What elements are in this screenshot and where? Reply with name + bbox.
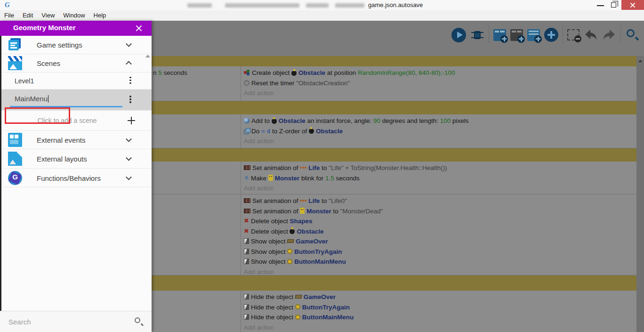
event-text: 5 [158, 69, 162, 76]
action-line[interactable]: Set animation of Life to "Life0" [244, 196, 636, 206]
minimize-button[interactable] [597, 5, 604, 6]
comment-row[interactable] [152, 148, 636, 162]
event-text: ButtonMainMenu [302, 314, 354, 321]
event-text: Set animation of [252, 208, 300, 215]
event-row: Add to Obstacle an instant force, angle:… [152, 114, 636, 148]
project-manager-drawer: Geometry Monster Game settings Scenes Le… [0, 21, 152, 332]
event-text: Life [308, 164, 320, 171]
event-conditions-cell[interactable] [152, 194, 241, 275]
chevron-up-icon [126, 61, 132, 67]
bomb-icon [272, 119, 277, 124]
event-text: seconds [334, 175, 360, 182]
close-drawer-icon[interactable] [135, 24, 143, 32]
add-event-icon[interactable] [493, 29, 506, 41]
event-conditions-cell[interactable] [152, 291, 241, 332]
event-text: Do [251, 128, 261, 135]
event-text: Obstacle [279, 117, 306, 124]
event-conditions-cell[interactable] [152, 114, 241, 148]
kebab-menu-icon[interactable] [129, 77, 131, 85]
event-text: 100 [440, 117, 451, 124]
action-line[interactable]: Add to Obstacle an instant force, angle:… [244, 116, 636, 126]
search-input[interactable] [8, 315, 126, 328]
menu-item-view[interactable]: View [37, 10, 59, 21]
event-row: Set animation of Life to "Life0"Set anim… [152, 194, 636, 275]
comment-row[interactable] [152, 275, 636, 291]
text-caret [48, 95, 48, 103]
menu-item-window[interactable]: Window [59, 10, 89, 21]
action-line[interactable]: Do = 4 to Z-order of Obstacle [244, 126, 636, 137]
search-icon[interactable] [135, 317, 144, 327]
event-text: Obstacle [297, 228, 323, 235]
menu-item-edit[interactable]: Edit [18, 10, 37, 21]
event-text: at position [325, 69, 358, 76]
add-action-button[interactable]: Add action [244, 267, 636, 277]
add-action-button[interactable]: Add action [244, 323, 636, 332]
plus-icon[interactable] [128, 117, 135, 124]
action-line[interactable]: Hide the object ButtonTryAgain [244, 302, 636, 313]
menu-item-help[interactable]: Help [89, 10, 111, 21]
add-action-button[interactable]: Add action [244, 183, 636, 194]
event-text: Obstacle [298, 69, 325, 76]
undo-icon[interactable] [584, 29, 598, 41]
action-line[interactable]: Set animation of Life to "Life" + ToStri… [244, 163, 636, 173]
restore-button[interactable] [611, 2, 616, 8]
action-line[interactable]: Show object ButtonTryAgain [244, 247, 636, 257]
action-line[interactable]: ✖Delete object Obstacle [244, 227, 636, 237]
action-line[interactable]: Show object ButtonMainMenu [244, 257, 636, 267]
scene-item-mainmenu-editing[interactable]: MainMenu [1, 89, 152, 111]
event-text: to [320, 164, 329, 171]
add-more-icon[interactable] [544, 28, 558, 42]
action-line[interactable]: Show object GameOver [244, 236, 636, 247]
gameover-icon [287, 239, 294, 243]
event-text: Show object [251, 258, 287, 265]
scene-rename-input[interactable]: MainMenu [15, 95, 48, 103]
action-line[interactable]: Hide the object ButtonMainMenu [244, 312, 636, 323]
sidebar-item-external-layouts[interactable]: External layouts [1, 149, 152, 169]
event-text: "ObstacleCreation" [296, 80, 350, 87]
action-line[interactable]: ✖Delete object Shapes [244, 216, 636, 227]
toolbar-separator [489, 25, 489, 44]
action-line[interactable]: Reset the timer "ObstacleCreation" [244, 78, 636, 89]
kebab-menu-icon[interactable] [129, 96, 131, 104]
scene-item-level1[interactable]: Level1 [1, 73, 152, 89]
action-line[interactable]: Create object Obstacle at position Rando… [244, 68, 636, 78]
bomb-icon [309, 129, 314, 134]
search-events-icon[interactable] [625, 28, 639, 42]
sidebar-item-functions-behaviors[interactable]: G Functions/Behaviors [1, 169, 152, 187]
add-action-button[interactable]: Add action [244, 136, 636, 146]
event-text: Hide the object [251, 314, 295, 321]
animation-icon [244, 209, 250, 213]
animation-icon [244, 165, 250, 170]
scroll-up-icon[interactable] [638, 60, 642, 62]
scroll-up-icon[interactable] [145, 55, 150, 57]
action-line[interactable]: Set animation of Monster to "MonsterDead… [244, 206, 636, 217]
life-icon [300, 167, 306, 169]
comment-row[interactable] [152, 56, 636, 66]
sidebar-item-external-events[interactable]: External events [1, 131, 152, 149]
add-comment-icon[interactable] [527, 29, 540, 41]
add-action-button[interactable]: Add action [244, 88, 636, 98]
comment-row[interactable] [152, 101, 636, 114]
delete-event-icon[interactable] [567, 29, 580, 40]
event-text: an instant force, angle: [306, 117, 373, 124]
event-conditions-cell[interactable] [152, 162, 241, 194]
action-line[interactable]: Hide the object GameOver [244, 292, 636, 302]
event-text: Delete object [251, 218, 290, 225]
event-text: "MonsterDead" [340, 208, 383, 215]
event-text: n [153, 69, 158, 76]
redo-icon[interactable] [602, 29, 616, 41]
sidebar-item-label: Game settings [37, 41, 82, 49]
events-scrollbar[interactable] [636, 56, 644, 332]
preview-play-icon[interactable] [451, 28, 466, 42]
sidebar-item-scenes[interactable]: Scenes [1, 54, 152, 73]
event-conditions-cell[interactable]: n 5 seconds [152, 66, 241, 101]
close-button[interactable] [621, 0, 644, 10]
add-subevent-icon[interactable] [510, 29, 523, 41]
visibility-icon [244, 304, 249, 310]
event-text: to Z-order of [270, 128, 309, 135]
sidebar-item-game-settings[interactable]: Game settings [1, 36, 152, 54]
add-scene-row[interactable]: Click to add a scene [1, 111, 152, 131]
menu-item-file[interactable]: File [0, 10, 18, 21]
debug-icon[interactable] [470, 28, 484, 42]
action-line[interactable]: ✳Make Monster blink for 1.5 seconds [244, 173, 636, 184]
